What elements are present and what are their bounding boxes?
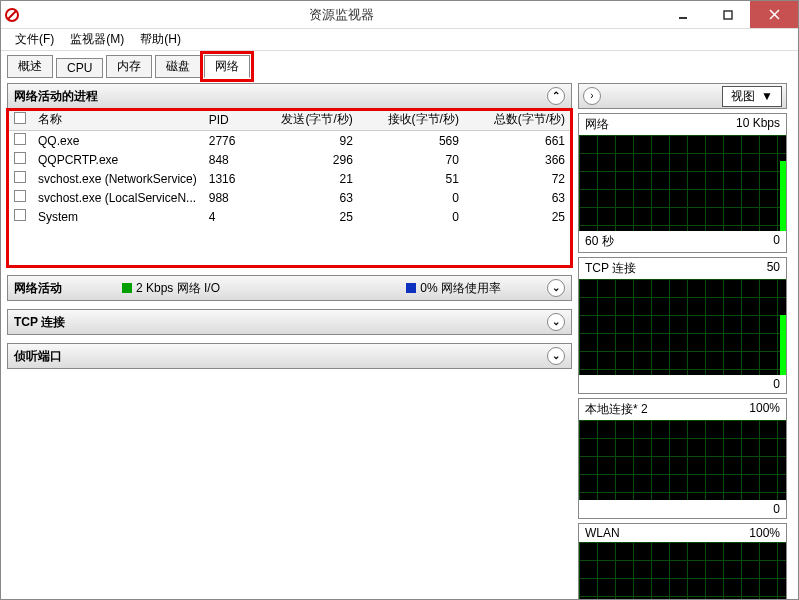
cell-pid: 1316 [203, 169, 253, 188]
graph-scale: 100% [749, 401, 780, 418]
dropdown-arrow-icon: ▼ [761, 89, 773, 103]
tab-disk[interactable]: 磁盘 [155, 55, 201, 78]
row-checkbox[interactable] [14, 133, 26, 145]
cell-send: 296 [253, 150, 359, 169]
chevron-right-icon: › [590, 91, 593, 101]
panel-tcp: TCP 连接 ⌄ [7, 309, 572, 335]
table-row[interactable]: System425025 [8, 207, 571, 226]
io-label: 2 Kbps 网络 I/O [136, 280, 220, 297]
panel-processes-header[interactable]: 网络活动的进程 ⌃ [7, 83, 572, 109]
graph-3: WLAN100% [578, 523, 787, 600]
process-table: 名称 PID 发送(字节/秒) 接收(字节/秒) 总数(字节/秒) QQ.exe… [8, 109, 571, 226]
view-dropdown-label: 视图 [731, 88, 755, 105]
chevron-down-icon: ⌄ [552, 317, 560, 327]
tab-network[interactable]: 网络 [204, 55, 250, 78]
app-icon [1, 8, 23, 22]
col-pid[interactable]: PID [203, 109, 253, 131]
graph-title: 网络 [585, 116, 609, 133]
table-row[interactable]: svchost.exe (LocalServiceN...98863063 [8, 188, 571, 207]
tab-cpu[interactable]: CPU [56, 58, 103, 78]
cell-send: 63 [253, 188, 359, 207]
close-button[interactable] [750, 1, 798, 28]
expand-toggle-tcp[interactable]: ⌄ [547, 313, 565, 331]
cell-total: 25 [465, 207, 571, 226]
minimize-button[interactable] [660, 1, 705, 28]
cell-name: svchost.exe (LocalServiceN... [32, 188, 203, 207]
graph-canvas [579, 279, 786, 375]
cell-send: 25 [253, 207, 359, 226]
menu-help[interactable]: 帮助(H) [132, 29, 189, 50]
table-row[interactable]: QQPCRTP.exe84829670366 [8, 150, 571, 169]
menu-bar: 文件(F) 监视器(M) 帮助(H) [1, 29, 798, 51]
col-recv[interactable]: 接收(字节/秒) [359, 109, 465, 131]
cell-name: QQ.exe [32, 131, 203, 151]
cell-name: QQPCRTP.exe [32, 150, 203, 169]
right-pane: › 视图 ▼ 网络10 Kbps60 秒0TCP 连接500本地连接* 2100… [578, 77, 793, 600]
menu-file[interactable]: 文件(F) [7, 29, 62, 50]
cell-recv: 569 [359, 131, 465, 151]
svg-line-1 [8, 11, 16, 19]
cell-total: 366 [465, 150, 571, 169]
row-checkbox[interactable] [14, 209, 26, 221]
panel-activity-header[interactable]: 网络活动 2 Kbps 网络 I/O 0% 网络使用率 ⌄ [7, 275, 572, 301]
panel-ports-header[interactable]: 侦听端口 ⌄ [7, 343, 572, 369]
cell-pid: 988 [203, 188, 253, 207]
cell-pid: 4 [203, 207, 253, 226]
collapse-toggle-processes[interactable]: ⌃ [547, 87, 565, 105]
graph-1: TCP 连接500 [578, 257, 787, 394]
graph-footer-right: 0 [773, 502, 780, 516]
checkbox-all[interactable] [14, 112, 26, 124]
graph-footer-right: 0 [773, 233, 780, 250]
process-table-container: 名称 PID 发送(字节/秒) 接收(字节/秒) 总数(字节/秒) QQ.exe… [7, 109, 572, 267]
row-checkbox[interactable] [14, 190, 26, 202]
panel-activity: 网络活动 2 Kbps 网络 I/O 0% 网络使用率 ⌄ [7, 275, 572, 301]
panel-processes: 网络活动的进程 ⌃ 名称 PID 发送(字节/秒) 接收(字节/秒) 总数(字节 [7, 83, 572, 267]
tab-memory[interactable]: 内存 [106, 55, 152, 78]
graph-title: 本地连接* 2 [585, 401, 648, 418]
menu-monitor[interactable]: 监视器(M) [62, 29, 132, 50]
cell-name: svchost.exe (NetworkService) [32, 169, 203, 188]
col-total[interactable]: 总数(字节/秒) [465, 109, 571, 131]
cell-recv: 70 [359, 150, 465, 169]
cell-send: 92 [253, 131, 359, 151]
panel-processes-title: 网络活动的进程 [14, 88, 98, 105]
activity-io: 2 Kbps 网络 I/O [122, 280, 220, 297]
row-checkbox[interactable] [14, 152, 26, 164]
panel-activity-title: 网络活动 [14, 280, 62, 297]
view-dropdown[interactable]: 视图 ▼ [722, 86, 782, 107]
cell-name: System [32, 207, 203, 226]
panel-tcp-header[interactable]: TCP 连接 ⌄ [7, 309, 572, 335]
tab-overview[interactable]: 概述 [7, 55, 53, 78]
graph-scale: 50 [767, 260, 780, 277]
cell-total: 63 [465, 188, 571, 207]
maximize-button[interactable] [705, 1, 750, 28]
tab-row: 概述 CPU 内存 磁盘 网络 [1, 53, 798, 77]
graph-canvas [579, 420, 786, 500]
col-send[interactable]: 发送(字节/秒) [253, 109, 359, 131]
table-row[interactable]: QQ.exe277692569661 [8, 131, 571, 151]
graph-0: 网络10 Kbps60 秒0 [578, 113, 787, 253]
graph-footer-right: 0 [773, 377, 780, 391]
cell-recv: 0 [359, 207, 465, 226]
chevron-up-icon: ⌃ [552, 91, 560, 101]
graph-canvas [579, 135, 786, 231]
left-pane: 网络活动的进程 ⌃ 名称 PID 发送(字节/秒) 接收(字节/秒) 总数(字节 [1, 77, 578, 600]
graph-scale: 100% [749, 526, 780, 540]
activity-util: 0% 网络使用率 [406, 280, 501, 297]
graph-2: 本地连接* 2100%0 [578, 398, 787, 519]
right-toolbar: › 视图 ▼ [578, 83, 787, 109]
graph-scale: 10 Kbps [736, 116, 780, 133]
collapse-right-button[interactable]: › [583, 87, 601, 105]
panel-ports: 侦听端口 ⌄ [7, 343, 572, 369]
panel-ports-title: 侦听端口 [14, 348, 62, 365]
col-name[interactable]: 名称 [32, 109, 203, 131]
util-color-swatch [406, 283, 416, 293]
expand-toggle-activity[interactable]: ⌄ [547, 279, 565, 297]
cell-pid: 848 [203, 150, 253, 169]
cell-total: 72 [465, 169, 571, 188]
row-checkbox[interactable] [14, 171, 26, 183]
chevron-down-icon: ⌄ [552, 351, 560, 361]
expand-toggle-ports[interactable]: ⌄ [547, 347, 565, 365]
table-row[interactable]: svchost.exe (NetworkService)1316215172 [8, 169, 571, 188]
cell-pid: 2776 [203, 131, 253, 151]
